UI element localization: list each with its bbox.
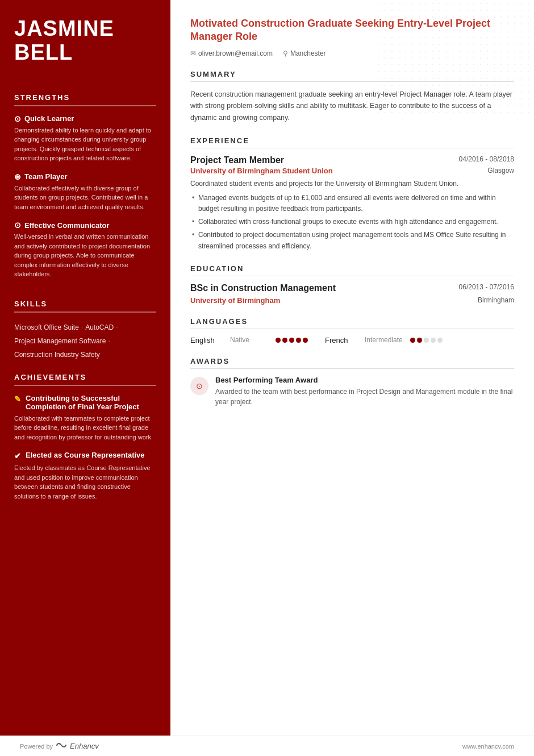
experience-location: Glasgow (487, 167, 514, 175)
main-content: Motivated Construction Graduate Seeking … (170, 0, 534, 736)
summary-text: Recent construction management graduate … (190, 89, 514, 124)
contact-bar: ✉ oliver.brown@email.com ⚲ Manchester (190, 49, 514, 57)
education-institution-row: University of Birmingham Birmingham (190, 296, 514, 305)
dot (282, 338, 287, 343)
education-title: EDUCATION (190, 264, 514, 276)
lang-english-name: English (190, 336, 230, 344)
education-dates: 06/2013 - 07/2016 (459, 283, 514, 291)
strength-desc-3: Well-versed in verbal and written commun… (14, 232, 156, 279)
experience-role: Project Team Member (190, 155, 284, 165)
experience-summary: Coordinated student events and projects … (190, 178, 514, 189)
lang-french-dots (410, 338, 443, 343)
dot (417, 338, 422, 343)
lang-french-name: French (325, 336, 365, 344)
dot (431, 338, 436, 343)
dot (410, 338, 415, 343)
bullet-3: Contributed to project documentation usi… (190, 230, 514, 251)
experience-dates: 04/2016 - 08/2018 (459, 155, 514, 163)
experience-section: EXPERIENCE Project Team Member 04/2016 -… (190, 136, 514, 252)
sidebar: JASMINE BELL STRENGTHS ⊙ Quick Learner D… (0, 0, 170, 736)
award-title-1: Best Performing Team Award (215, 376, 514, 384)
strength-item-3: ⊙ Effective Communicator Well-versed in … (14, 221, 156, 279)
dot (289, 338, 294, 343)
strength-desc-1: Demonstrated ability to learn quickly an… (14, 126, 156, 163)
lang-french-level: Intermediate (365, 336, 410, 344)
education-institution: University of Birmingham (190, 296, 280, 305)
name-block: JASMINE BELL (14, 17, 156, 65)
strength-item-1: ⊙ Quick Learner Demonstrated ability to … (14, 114, 156, 163)
skills-list: Microsoft Office Suite·AutoCAD· Project … (14, 321, 156, 362)
award-item-1: ⊙ Best Performing Team Award Awarded to … (190, 376, 514, 408)
achievement-desc-1: Collaborated with teammates to complete … (14, 414, 156, 442)
lang-english-level: Native (230, 336, 276, 344)
bullet-2: Collaborated with cross-functional group… (190, 217, 514, 227)
achievement-icon-2: ✔ (14, 451, 21, 460)
skills-section-title: SKILLS (14, 300, 156, 313)
experience-company-row: University of Birmingham Student Union G… (190, 167, 514, 175)
dot (303, 338, 308, 343)
achievement-title-1: ✎ Contributing to Successful Completion … (14, 394, 156, 411)
brand-name: Enhancv (70, 742, 99, 750)
experience-title: EXPERIENCE (190, 136, 514, 148)
achievement-item-2: ✔ Elected as Course Representative Elect… (14, 451, 156, 501)
team-player-icon: ⊛ (14, 172, 21, 181)
email-icon: ✉ (190, 49, 196, 57)
award-icon: ⊙ (196, 381, 203, 391)
education-header: BSc in Construction Management 06/2013 -… (190, 283, 514, 293)
job-title: Motivated Construction Graduate Seeking … (190, 17, 514, 44)
awards-title: AWARDS (190, 357, 514, 369)
summary-title: SUMMARY (190, 70, 514, 82)
contact-email: ✉ oliver.brown@email.com (190, 49, 273, 57)
footer-website: www.enhancv.com (462, 743, 514, 750)
strength-title-2: ⊛ Team Player (14, 172, 156, 181)
strengths-section-title: STRENGTHS (14, 93, 156, 106)
achievement-item-1: ✎ Contributing to Successful Completion … (14, 394, 156, 442)
award-desc-1: Awarded to the team with best performanc… (215, 387, 514, 408)
award-content: Best Performing Team Award Awarded to th… (215, 376, 514, 408)
experience-company: University of Birmingham Student Union (190, 167, 333, 175)
strength-title-1: ⊙ Quick Learner (14, 114, 156, 123)
strength-title-3: ⊙ Effective Communicator (14, 221, 156, 230)
location-icon: ⚲ (283, 49, 288, 57)
bullet-1: Managed events budgets of up to £1,000 a… (190, 193, 514, 214)
candidate-name: JASMINE BELL (14, 17, 156, 65)
achievement-icon-1: ✎ (14, 394, 21, 404)
footer-left: Powered by Enhancv (20, 742, 99, 750)
lang-english-dots (276, 338, 308, 343)
achievement-desc-2: Elected by classmates as Course Represen… (14, 463, 156, 501)
languages-row: English Native French Intermediate (190, 336, 514, 344)
summary-section: SUMMARY Recent construction management g… (190, 70, 514, 124)
dot (296, 338, 301, 343)
experience-bullets: Managed events budgets of up to £1,000 a… (190, 193, 514, 252)
dot (276, 338, 281, 343)
dot (424, 338, 429, 343)
achievement-title-2: ✔ Elected as Course Representative (14, 451, 156, 460)
contact-location: ⚲ Manchester (283, 49, 326, 57)
award-icon-wrap: ⊙ (190, 377, 208, 395)
quick-learner-icon: ⊙ (14, 114, 21, 123)
communicator-icon: ⊙ (14, 221, 21, 230)
powered-by-text: Powered by (20, 743, 53, 750)
footer: Powered by Enhancv www.enhancv.com (0, 736, 534, 756)
dot (437, 338, 443, 343)
languages-title: LANGUAGES (190, 317, 514, 329)
awards-section: AWARDS ⊙ Best Performing Team Award Awar… (190, 357, 514, 408)
enhancv-logo (56, 742, 66, 750)
strength-desc-2: Collaborated effectively with diverse gr… (14, 184, 156, 212)
experience-header: Project Team Member 04/2016 - 08/2018 (190, 155, 514, 165)
education-degree: BSc in Construction Management (190, 283, 336, 293)
education-section: EDUCATION BSc in Construction Management… (190, 264, 514, 305)
languages-section: LANGUAGES English Native French Intermed… (190, 317, 514, 344)
education-location: Birmingham (478, 296, 514, 304)
achievements-section-title: ACHIEVEMENTS (14, 373, 156, 386)
strength-item-2: ⊛ Team Player Collaborated effectively w… (14, 172, 156, 212)
